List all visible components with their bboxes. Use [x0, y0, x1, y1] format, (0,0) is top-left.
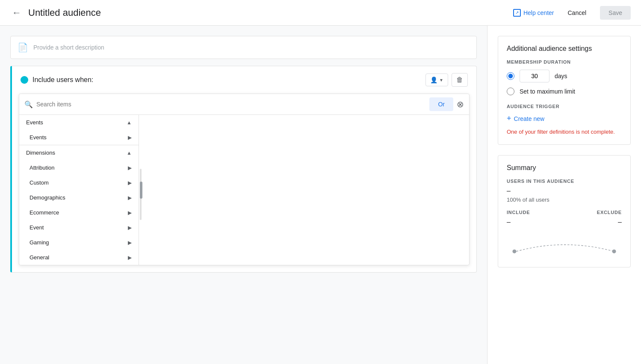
- chevron-up-icon: ▲: [127, 120, 132, 126]
- max-limit-radio[interactable]: [507, 88, 514, 95]
- exclude-value: –: [618, 218, 622, 226]
- save-button[interactable]: Save: [600, 6, 631, 20]
- close-button[interactable]: ⊗: [457, 99, 464, 109]
- settings-card-title: Additional audience settings: [507, 45, 622, 53]
- description-bar[interactable]: 📄 Provide a short description: [10, 36, 477, 59]
- close-circle-icon: ⊗: [457, 99, 464, 109]
- include-title: Include users when:: [32, 76, 93, 84]
- teal-dot-icon: [21, 76, 28, 84]
- include-actions: 👤 ▼ 🗑: [425, 73, 468, 87]
- list-item-general[interactable]: General ▶: [19, 250, 139, 265]
- inc-exc-row: INCLUDE EXCLUDE: [507, 210, 622, 215]
- users-in-audience-label: USERS IN THIS AUDIENCE: [507, 179, 622, 184]
- days-radio-row: days: [507, 70, 622, 82]
- events-section-header[interactable]: Events ▲: [19, 115, 139, 130]
- create-new-label: Create new: [514, 115, 545, 122]
- settings-card: Additional audience settings MEMBERSHIP …: [498, 36, 631, 145]
- list-item-gaming[interactable]: Gaming ▶: [19, 235, 139, 250]
- event-chevron-icon: ▶: [128, 225, 132, 231]
- back-arrow-icon: ←: [12, 7, 21, 18]
- error-message: One of your filter definitions is not co…: [507, 128, 622, 136]
- gaming-label: Gaming: [30, 239, 49, 246]
- summary-title: Summary: [507, 164, 622, 172]
- list-item-attribution[interactable]: Attribution ▶: [19, 160, 139, 175]
- ecommerce-label: Ecommerce: [30, 209, 59, 216]
- max-limit-label: Set to maximum limit: [520, 88, 575, 95]
- days-label: days: [555, 73, 567, 79]
- main-container: 📄 Provide a short description Include us…: [0, 26, 641, 364]
- general-label: General: [30, 254, 49, 261]
- chart-area: [507, 233, 622, 258]
- summary-card: Summary USERS IN THIS AUDIENCE – 100% of…: [498, 155, 631, 267]
- list-item-events[interactable]: Events ▶: [19, 130, 139, 145]
- dropdown-arrow-icon: ▼: [439, 78, 443, 82]
- list-item-custom[interactable]: Custom ▶: [19, 175, 139, 190]
- attribution-chevron-icon: ▶: [128, 165, 132, 171]
- scroll-thumb: [140, 182, 142, 199]
- header-left: ← Untitled audience: [10, 6, 513, 20]
- dropdown-panel: 🔍 Or ⊗ Events ▲: [19, 94, 470, 265]
- external-link-icon: [513, 9, 521, 17]
- dimensions-section-label: Dimensions: [26, 150, 55, 156]
- description-placeholder: Provide a short description: [33, 44, 104, 51]
- events-item-label: Events: [30, 134, 47, 141]
- event-label: Event: [30, 224, 44, 231]
- header: ← Untitled audience Help center Cancel S…: [0, 0, 641, 26]
- list-item-demographics[interactable]: Demographics ▶: [19, 190, 139, 205]
- header-right: Help center Cancel Save: [513, 6, 631, 20]
- back-button[interactable]: ←: [10, 6, 23, 20]
- list-item-event[interactable]: Event ▶: [19, 220, 139, 235]
- dropdown-body: Events ▲ Events ▶ Dimensions ▲: [19, 115, 469, 265]
- or-button[interactable]: Or: [429, 97, 453, 111]
- gaming-chevron-icon: ▶: [128, 240, 132, 246]
- include-title-row: Include users when:: [21, 76, 93, 84]
- include-label: INCLUDE: [507, 210, 530, 215]
- demographics-chevron-icon: ▶: [128, 195, 132, 201]
- ecommerce-chevron-icon: ▶: [128, 210, 132, 216]
- create-new-button[interactable]: + Create new: [507, 114, 544, 123]
- attribution-label: Attribution: [30, 164, 55, 171]
- page-title: Untitled audience: [28, 7, 101, 18]
- include-value: –: [507, 218, 511, 226]
- demographics-label: Demographics: [30, 194, 65, 201]
- plus-icon: +: [507, 114, 511, 123]
- summary-chart: [507, 233, 622, 258]
- scroll-track[interactable]: [140, 169, 142, 220]
- search-row: 🔍 Or ⊗: [19, 94, 469, 115]
- include-card: Include users when: 👤 ▼ 🗑 🔍: [10, 66, 477, 273]
- days-input[interactable]: [520, 70, 549, 82]
- users-pct: 100% of all users: [507, 197, 622, 203]
- trash-icon: 🗑: [456, 76, 463, 83]
- svg-point-0: [512, 250, 516, 253]
- inc-exc-values: – –: [507, 218, 622, 226]
- help-center-link[interactable]: Help center: [513, 9, 554, 17]
- dropdown-list: Events ▲ Events ▶ Dimensions ▲: [19, 115, 139, 265]
- right-panel: Additional audience settings MEMBERSHIP …: [487, 26, 641, 364]
- scrollbar-track: [139, 115, 143, 265]
- search-input[interactable]: [36, 101, 424, 108]
- cancel-button[interactable]: Cancel: [561, 6, 593, 20]
- description-icon: 📄: [18, 42, 28, 53]
- include-header: Include users when: 👤 ▼ 🗑: [12, 66, 476, 94]
- chevron-up-icon-2: ▲: [127, 150, 132, 156]
- search-icon: 🔍: [24, 100, 33, 109]
- custom-chevron-icon: ▶: [128, 180, 132, 186]
- audience-trigger-label: AUDIENCE TRIGGER: [507, 104, 622, 109]
- dimensions-section-header[interactable]: Dimensions ▲: [19, 145, 139, 160]
- delete-button[interactable]: 🗑: [452, 73, 468, 87]
- days-radio[interactable]: [507, 72, 514, 80]
- max-limit-radio-row: Set to maximum limit: [507, 88, 622, 95]
- events-section-label: Events: [26, 119, 43, 126]
- general-chevron-icon: ▶: [128, 255, 132, 261]
- help-center-label: Help center: [523, 9, 554, 16]
- person-icon: 👤: [430, 76, 437, 83]
- list-item-ecommerce[interactable]: Ecommerce ▶: [19, 205, 139, 220]
- trigger-section: AUDIENCE TRIGGER + Create new One of you…: [507, 104, 622, 136]
- svg-point-1: [612, 250, 616, 253]
- users-value: –: [507, 187, 622, 195]
- custom-label: Custom: [30, 179, 49, 186]
- chevron-right-icon: ▶: [128, 135, 132, 141]
- membership-duration-label: MEMBERSHIP DURATION: [507, 59, 622, 65]
- person-dropdown-button[interactable]: 👤 ▼: [425, 73, 448, 86]
- exclude-label: EXCLUDE: [597, 210, 622, 215]
